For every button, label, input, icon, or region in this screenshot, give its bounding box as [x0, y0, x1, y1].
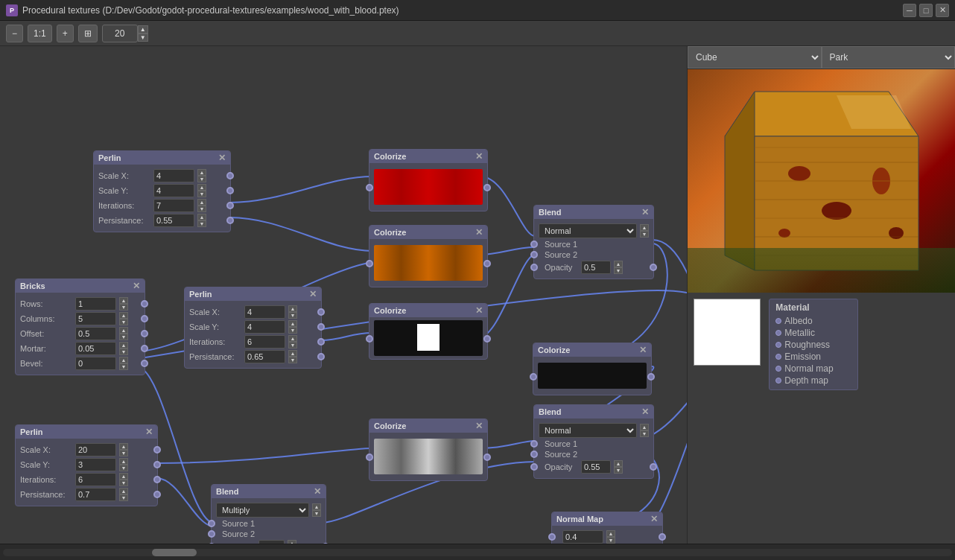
colorize2-close[interactable]: ✕	[475, 228, 483, 237]
blend2-opacity-input[interactable]	[581, 460, 611, 474]
perlin1-persist-up[interactable]: ▲	[197, 214, 206, 220]
normalmap-close[interactable]: ✕	[650, 515, 658, 524]
material-normalmap[interactable]: Normal map	[775, 363, 851, 375]
perlin3-out-port[interactable]	[153, 491, 161, 498]
bricks-mortar-down[interactable]: ▼	[119, 349, 128, 355]
perlin3-scaley-input[interactable]	[75, 458, 116, 471]
colorize1-close[interactable]: ✕	[475, 152, 483, 161]
blend3-mode-select[interactable]: Multiply Normal	[216, 503, 309, 518]
normalmap-up[interactable]: ▲	[606, 530, 615, 537]
perlin2-scalex-input[interactable]	[244, 305, 285, 319]
bricks-cols-up[interactable]: ▲	[119, 312, 128, 319]
colorize5-in-port[interactable]	[366, 454, 373, 461]
albedo-port[interactable]	[775, 318, 781, 324]
bricks-offset-up[interactable]: ▲	[119, 327, 128, 334]
normalmap-val-input[interactable]	[562, 530, 603, 544]
bricks-mortar-input[interactable]	[75, 342, 116, 355]
blend1-mode-select[interactable]: Normal Multiply Screen	[539, 223, 637, 238]
perlin1-iter-port[interactable]	[226, 202, 234, 209]
colorize4-in-port[interactable]	[530, 373, 537, 381]
perlin1-scalex-port[interactable]	[226, 172, 234, 179]
roughness-port[interactable]	[775, 342, 781, 348]
blend1-opacity-down[interactable]: ▼	[614, 267, 623, 274]
bricks-cols-input[interactable]	[75, 312, 116, 325]
bricks-rows-port[interactable]	[141, 300, 148, 308]
perlin1-iter-input[interactable]	[153, 199, 194, 212]
bricks-bevel-down[interactable]: ▼	[119, 363, 128, 370]
perlin1-out-port[interactable]	[226, 217, 234, 224]
colorize5-out-port[interactable]	[483, 454, 491, 461]
shape-select[interactable]: Cube Sphere Plane	[688, 46, 822, 69]
perlin3-scaley-port[interactable]	[153, 461, 161, 468]
perlin1-iter-up[interactable]: ▲	[197, 199, 206, 206]
zoom-ratio-button[interactable]: 1:1	[28, 25, 52, 42]
colorize4-out-port[interactable]	[647, 373, 655, 381]
perlin3-iter-up[interactable]: ▲	[119, 473, 128, 480]
bricks-rows-input[interactable]	[75, 297, 116, 311]
perlin1-persist-down[interactable]: ▼	[197, 220, 206, 227]
perlin3-persist-down[interactable]: ▼	[119, 494, 128, 501]
scrollbar-thumb[interactable]	[152, 549, 197, 556]
blend1-out-port[interactable]	[650, 264, 657, 271]
perlin3-iter-input[interactable]	[75, 473, 116, 486]
material-emission[interactable]: Emission	[775, 351, 851, 363]
bricks-rows-up[interactable]: ▲	[119, 297, 128, 304]
blend1-opacity-port[interactable]	[530, 264, 538, 271]
blend2-close[interactable]: ✕	[641, 407, 649, 416]
material-roughness[interactable]: Roughness	[775, 339, 851, 351]
perlin1-scalex-down[interactable]: ▼	[197, 176, 206, 182]
grid-button[interactable]: ⊞	[78, 25, 98, 42]
zoom-out-button[interactable]: −	[6, 25, 23, 42]
blend2-opacity-port[interactable]	[530, 463, 538, 471]
normalmap-mat-port[interactable]	[775, 366, 781, 372]
normalmap-in-port[interactable]	[548, 533, 556, 541]
zoom-in-button[interactable]: +	[57, 25, 74, 42]
colorize5-close[interactable]: ✕	[475, 421, 483, 430]
blend3-mode-up[interactable]: ▲	[312, 503, 321, 510]
perlin2-persist-down[interactable]: ▼	[288, 357, 297, 363]
blend3-opacity-input[interactable]	[258, 540, 285, 544]
metallic-port[interactable]	[775, 330, 781, 336]
blend1-mode-down[interactable]: ▼	[640, 231, 649, 238]
perlin2-out-port[interactable]	[317, 353, 325, 360]
blend3-opacity-port[interactable]	[208, 543, 215, 544]
blend3-src1-port[interactable]	[208, 520, 215, 527]
colorize1-in-port[interactable]	[366, 184, 373, 191]
env-select[interactable]: Park Studio Outdoor	[822, 46, 956, 69]
blend1-close[interactable]: ✕	[641, 208, 649, 217]
material-metallic[interactable]: Metallic	[775, 327, 851, 339]
emission-port[interactable]	[775, 354, 781, 360]
blend2-src1-port[interactable]	[530, 440, 538, 448]
perlin2-iter-port[interactable]	[317, 338, 325, 346]
perlin2-scaley-down[interactable]: ▼	[288, 327, 297, 334]
blend1-src1-port[interactable]	[530, 241, 538, 248]
maximize-button[interactable]: □	[919, 4, 933, 17]
material-albedo[interactable]: Albedo	[775, 315, 851, 327]
perlin3-iter-port[interactable]	[153, 476, 161, 483]
perlin2-scalex-port[interactable]	[317, 308, 325, 316]
perlin1-close[interactable]: ✕	[218, 153, 226, 162]
colorize4-close[interactable]: ✕	[639, 346, 647, 354]
minimize-button[interactable]: ─	[903, 4, 916, 17]
blend2-mode-up[interactable]: ▲	[640, 424, 649, 430]
blend1-mode-up[interactable]: ▲	[640, 224, 649, 231]
depthmap-port[interactable]	[775, 378, 781, 384]
blend1-src2-port[interactable]	[530, 251, 538, 258]
colorize3-out-port[interactable]	[483, 335, 491, 343]
perlin3-close[interactable]: ✕	[145, 427, 153, 436]
perlin2-iter-up[interactable]: ▲	[288, 335, 297, 342]
bricks-offset-port[interactable]	[141, 330, 148, 337]
bricks-cols-down[interactable]: ▼	[119, 319, 128, 325]
perlin1-scaley-input[interactable]	[153, 184, 194, 197]
colorize2-out-port[interactable]	[483, 260, 491, 267]
blend1-opacity-up[interactable]: ▲	[614, 261, 623, 267]
bricks-offset-down[interactable]: ▼	[119, 334, 128, 340]
perlin1-persist-input[interactable]	[153, 214, 194, 227]
perlin3-persist-input[interactable]	[75, 488, 116, 501]
zoom-up-button[interactable]: ▲	[138, 25, 148, 34]
perlin3-persist-up[interactable]: ▲	[119, 488, 128, 494]
perlin3-scalex-up[interactable]: ▲	[119, 443, 128, 450]
blend3-mode-down[interactable]: ▼	[312, 510, 321, 517]
perlin2-scaley-port[interactable]	[317, 323, 325, 331]
perlin3-scalex-port[interactable]	[153, 446, 161, 454]
